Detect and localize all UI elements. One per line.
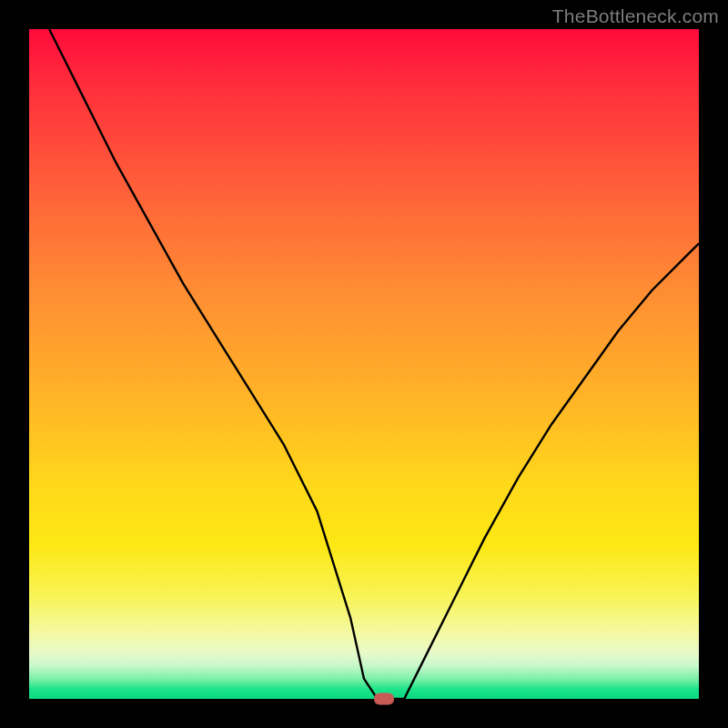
plot-area xyxy=(29,29,699,699)
curve-svg xyxy=(29,29,699,699)
bottleneck-curve xyxy=(49,29,699,699)
watermark-text: TheBottleneck.com xyxy=(552,5,719,27)
chart-frame: TheBottleneck.com xyxy=(0,0,728,728)
minimum-marker xyxy=(374,693,394,705)
